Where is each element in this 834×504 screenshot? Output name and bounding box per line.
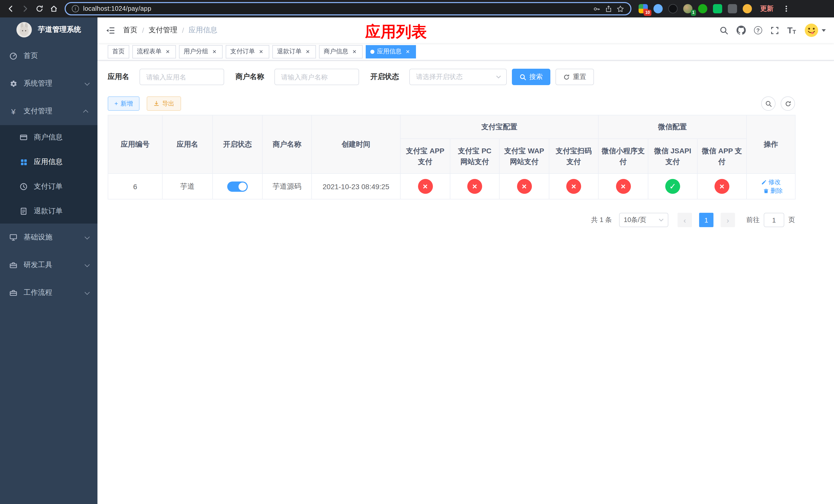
- status-select[interactable]: 请选择开启状态: [409, 69, 507, 85]
- col-wechat-app: 微信 APP 支付: [697, 139, 747, 174]
- tab-label: 商户信息: [324, 47, 348, 56]
- tab-process-form[interactable]: 流程表单 ×: [132, 45, 176, 58]
- edit-button[interactable]: 修改: [761, 178, 781, 186]
- page-number-button[interactable]: 1: [699, 213, 714, 227]
- breadcrumb-payment[interactable]: 支付管理: [149, 26, 177, 35]
- reset-button[interactable]: 重置: [555, 69, 594, 85]
- breadcrumb-current: 应用信息: [189, 26, 218, 35]
- sidebar-item-label: 支付订单: [34, 182, 63, 191]
- extension-icon[interactable]: [654, 4, 663, 13]
- merchant-name-input[interactable]: [275, 69, 359, 85]
- tab-home[interactable]: 首页: [108, 45, 129, 58]
- tab-refund-order[interactable]: 退款订单 ×: [272, 45, 316, 58]
- forward-icon[interactable]: [19, 2, 32, 15]
- sidebar-item-system[interactable]: 系统管理: [0, 70, 97, 97]
- add-button[interactable]: + 新增: [108, 96, 139, 111]
- pagination: 共 1 条 10条/页 ‹ 1 › 前往 页: [108, 213, 795, 248]
- fullscreen-icon[interactable]: [770, 26, 779, 35]
- tab-merchant-info[interactable]: 商户信息 ×: [319, 45, 363, 58]
- goto-page-input[interactable]: [764, 213, 784, 227]
- sidebar-item-infrastructure[interactable]: 基础设施: [0, 224, 97, 251]
- sidebar-item-merchant-info[interactable]: 商户信息: [0, 125, 97, 150]
- browser-menu-kebab-icon[interactable]: [780, 2, 793, 15]
- extension-icon[interactable]: [698, 4, 707, 13]
- cell-wechat-app: ×: [697, 174, 747, 199]
- sidebar-item-label: 首页: [24, 51, 38, 61]
- delete-button[interactable]: 删除: [763, 186, 783, 195]
- extension-icon[interactable]: 10: [639, 4, 648, 13]
- sidebar-item-dev-tools[interactable]: 研发工具: [0, 251, 97, 279]
- tab-label: 退款订单: [277, 47, 302, 56]
- search-icon[interactable]: [720, 26, 728, 35]
- font-size-icon[interactable]: TT: [787, 26, 796, 35]
- chevron-down-icon: [822, 29, 826, 31]
- extension-icon[interactable]: [668, 4, 678, 13]
- col-create-time: 创建时间: [312, 115, 400, 174]
- search-button[interactable]: 搜索: [512, 69, 550, 85]
- breadcrumb-separator: /: [182, 26, 184, 35]
- disabled-status-icon: ×: [418, 179, 433, 194]
- sidebar-item-label: 退款订单: [34, 207, 63, 216]
- navbar-actions: ? TT: [720, 23, 826, 38]
- tab-label: 用户分组: [184, 47, 208, 56]
- tab-user-group[interactable]: 用户分组 ×: [179, 45, 223, 58]
- back-icon[interactable]: [4, 2, 18, 15]
- refresh-table-icon[interactable]: [781, 96, 795, 111]
- prev-page-button[interactable]: ‹: [678, 213, 692, 227]
- share-icon[interactable]: [605, 5, 612, 13]
- col-group-wechat: 微信配置: [598, 115, 747, 139]
- next-page-button[interactable]: ›: [721, 213, 735, 227]
- sidebar-item-app-info[interactable]: 应用信息: [0, 150, 97, 174]
- tab-pay-order[interactable]: 支付订单 ×: [226, 45, 269, 58]
- page-size-select[interactable]: 10条/页: [619, 213, 668, 227]
- avatar-emoji: [804, 23, 819, 38]
- status-toggle[interactable]: [227, 181, 248, 191]
- sidebar-item-home[interactable]: 首页: [0, 42, 97, 70]
- password-key-icon[interactable]: [593, 5, 601, 13]
- chevron-down-icon: [659, 219, 664, 222]
- app-name-input[interactable]: [139, 69, 224, 85]
- home-icon[interactable]: [47, 2, 61, 15]
- breadcrumb-home[interactable]: 首页: [123, 26, 137, 35]
- sidebar-item-refund-order[interactable]: 退款订单: [0, 199, 97, 224]
- address-bar[interactable]: i localhost:1024/pay/app: [65, 2, 631, 15]
- toggle-search-icon[interactable]: [761, 96, 775, 111]
- credit-card-icon: [20, 133, 28, 141]
- sidebar-item-label: 商户信息: [34, 133, 63, 142]
- extension-icon[interactable]: [713, 4, 722, 13]
- bookmark-star-icon[interactable]: [616, 5, 624, 13]
- close-icon[interactable]: ×: [304, 48, 311, 55]
- sidebar-item-payment[interactable]: ¥ 支付管理: [0, 97, 97, 125]
- chevron-down-icon: [85, 290, 90, 295]
- site-info-icon[interactable]: i: [72, 5, 79, 12]
- cell-merchant-name: 芋道源码: [262, 174, 312, 199]
- github-icon[interactable]: [737, 26, 746, 35]
- sidebar-item-label: 基础设施: [24, 233, 52, 242]
- help-icon[interactable]: ?: [754, 26, 762, 35]
- export-button[interactable]: 导出: [147, 96, 181, 111]
- tab-label: 支付订单: [230, 47, 255, 56]
- app-logo[interactable]: 芋道管理系统: [0, 18, 97, 42]
- close-icon[interactable]: ×: [164, 48, 171, 55]
- url-text[interactable]: localhost:1024/pay/app: [83, 5, 151, 12]
- select-placeholder: 请选择开启状态: [416, 72, 463, 82]
- sidebar-item-pay-order[interactable]: 支付订单: [0, 174, 97, 199]
- table-row: 6 芋道 芋道源码 2021-10-23 08:49:25 × × × × × …: [108, 174, 795, 199]
- sidebar-item-workflow[interactable]: 工作流程: [0, 279, 97, 306]
- toolbox-icon: [9, 261, 18, 269]
- close-icon[interactable]: ×: [404, 48, 411, 55]
- sidebar-toggle-icon[interactable]: [106, 26, 115, 34]
- cell-wechat-lite: ×: [598, 174, 648, 199]
- chevron-up-icon: [83, 110, 88, 115]
- close-icon[interactable]: ×: [258, 48, 265, 55]
- update-button[interactable]: 更新: [760, 4, 773, 13]
- reload-icon[interactable]: [33, 2, 46, 15]
- extension-icon[interactable]: 1: [683, 4, 693, 13]
- user-avatar[interactable]: [804, 23, 826, 38]
- tab-app-info[interactable]: 应用信息 ×: [366, 45, 416, 58]
- close-icon[interactable]: ×: [351, 48, 358, 55]
- close-icon[interactable]: ×: [211, 48, 218, 55]
- extension-icon[interactable]: [743, 4, 752, 13]
- extension-icon[interactable]: [728, 4, 737, 13]
- chevron-down-icon: [496, 75, 501, 78]
